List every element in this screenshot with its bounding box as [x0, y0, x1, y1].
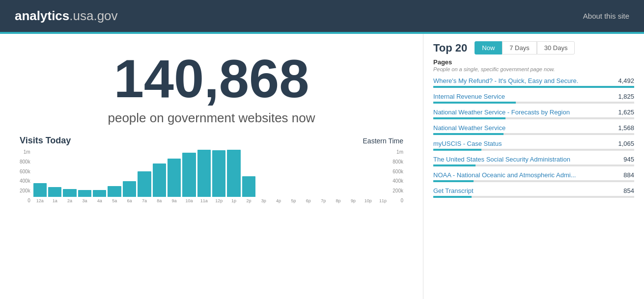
page-bar-fill: [433, 164, 476, 166]
bar-label: 2p: [246, 198, 251, 203]
bar-label: 11a: [200, 198, 208, 203]
list-item: National Weather Service1,568: [433, 124, 634, 135]
chart-bars: 12a1a2a3a4a5a6a7a8a9a10a11a12p1p2p3p4p5p…: [33, 149, 390, 203]
page-bar-bg: [433, 117, 634, 119]
page-bar-fill: [433, 180, 474, 182]
page-link[interactable]: Get Transcript: [433, 187, 623, 194]
visitor-count: 140,868: [20, 49, 403, 108]
y-label: 0: [392, 198, 403, 203]
bar-column: 1a: [48, 187, 61, 203]
bar: [108, 186, 121, 197]
chart-y-axis-right: 1m800k600k400k200k0: [392, 149, 403, 203]
bar: [182, 153, 196, 197]
visits-title: Visits Today: [20, 136, 71, 146]
bar-column: 7a: [138, 171, 151, 203]
y-label: 1m: [392, 149, 403, 155]
chart-y-axis-left: 1m800k600k400k200k0: [20, 149, 30, 203]
pages-list: Where's My Refund? - It's Quick, Easy an…: [433, 77, 634, 198]
bar-column: 4p: [272, 197, 285, 203]
page-bar-bg: [433, 164, 634, 166]
bar-column: 10p: [362, 197, 375, 203]
bar-column: 4a: [93, 190, 106, 203]
bar-column: 11a: [197, 150, 211, 203]
page-item-row: The United States Social Security Admini…: [433, 156, 634, 163]
page-count: 854: [623, 187, 634, 194]
bar-column: 7p: [317, 197, 330, 203]
list-item: myUSCIS - Case Status1,065: [433, 140, 634, 151]
bar: [93, 190, 106, 197]
bar-column: 9p: [346, 197, 360, 203]
page-item-row: Where's My Refund? - It's Quick, Easy an…: [433, 77, 634, 84]
page-count: 945: [623, 156, 634, 163]
y-label: 200k: [392, 188, 403, 193]
bar-label: 4a: [97, 198, 102, 203]
timezone-label: Eastern Time: [363, 137, 403, 145]
bar-column: 6p: [302, 197, 315, 203]
page-count: 4,492: [618, 77, 634, 84]
list-item: Where's My Refund? - It's Quick, Easy an…: [433, 77, 634, 88]
about-link[interactable]: About this site: [583, 12, 629, 20]
tab-now[interactable]: Now: [475, 41, 502, 54]
bar: [227, 150, 240, 197]
bar-label: 9p: [351, 198, 356, 203]
page-item-row: myUSCIS - Case Status1,065: [433, 140, 634, 147]
bar-label: 9a: [172, 198, 177, 203]
y-label: 0: [20, 198, 30, 203]
tab-7-days[interactable]: 7 Days: [502, 41, 536, 54]
list-item: Get Transcript854: [433, 187, 634, 198]
page-bar-fill: [433, 149, 481, 151]
visits-chart: 1m800k600k400k200k0 12a1a2a3a4a5a6a7a8a9…: [20, 148, 403, 212]
bar-label: 7p: [321, 198, 326, 203]
page-bar-bg: [433, 86, 634, 88]
pages-label: Pages: [433, 58, 634, 66]
bar-column: 5a: [108, 186, 121, 203]
bar: [63, 189, 76, 197]
tab-group: Now7 Days30 Days: [475, 41, 575, 54]
page-link[interactable]: National Weather Service: [433, 124, 618, 132]
bar-label: 3p: [261, 198, 266, 203]
page-link[interactable]: Internal Revenue Service: [433, 93, 618, 100]
bar: [242, 176, 255, 197]
bar-label: 8p: [336, 198, 341, 203]
site-logo: analytics.usa.gov: [15, 8, 118, 24]
bar-label: 3a: [82, 198, 87, 203]
bar-label: 11p: [379, 198, 387, 203]
y-label: 400k: [20, 178, 30, 184]
y-label: 600k: [392, 169, 403, 174]
page-bar-fill: [433, 196, 472, 198]
y-label: 200k: [20, 188, 30, 193]
page-bar-bg: [433, 133, 634, 135]
bar-column: 9a: [168, 159, 181, 203]
bar-label: 6p: [306, 198, 311, 203]
page-count: 1,568: [618, 124, 634, 132]
page-bar-fill: [433, 86, 634, 88]
top20-header: Top 20 Now7 Days30 Days: [433, 41, 634, 54]
y-label: 600k: [20, 169, 30, 174]
page-link[interactable]: NOAA - National Oceanic and Atmospheric …: [433, 171, 623, 179]
page-link[interactable]: myUSCIS - Case Status: [433, 140, 618, 147]
page-link[interactable]: The United States Social Security Admini…: [433, 156, 623, 163]
pages-desc: People on a single, specific government …: [433, 66, 634, 72]
bar-column: 2a: [63, 189, 76, 203]
page-bar-bg: [433, 196, 634, 198]
bar-column: 3p: [257, 197, 270, 203]
left-panel: 140,868 people on government websites no…: [0, 34, 423, 299]
page-bar-bg: [433, 102, 634, 104]
bar: [33, 183, 47, 197]
logo-domain: .usa.gov: [69, 8, 117, 23]
page-link[interactable]: Where's My Refund? - It's Quick, Easy an…: [433, 77, 618, 84]
page-item-row: Get Transcript854: [433, 187, 634, 194]
bar-column: 1p: [227, 150, 240, 203]
page-link[interactable]: National Weather Service - Forecasts by …: [433, 109, 618, 116]
top20-title: Top 20: [433, 42, 467, 54]
bar-label: 1a: [53, 198, 57, 203]
tab-30-days[interactable]: 30 Days: [537, 41, 575, 54]
bar-label: 12a: [36, 198, 44, 203]
list-item: Internal Revenue Service1,825: [433, 93, 634, 104]
y-label: 800k: [20, 159, 30, 164]
list-item: The United States Social Security Admini…: [433, 156, 634, 166]
bar-label: 6a: [127, 198, 132, 203]
logo-analytics: analytics: [15, 8, 69, 23]
list-item: National Weather Service - Forecasts by …: [433, 109, 634, 119]
bar-column: 6a: [123, 181, 136, 203]
